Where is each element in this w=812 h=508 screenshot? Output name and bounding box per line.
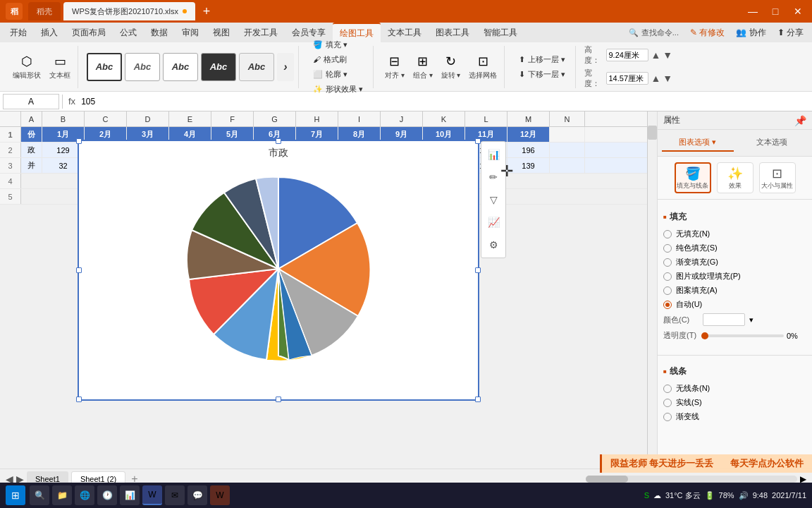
text-box-button[interactable]: ▭ 文本框 [47, 52, 73, 82]
col-M[interactable]: M [508, 111, 550, 126]
col-I[interactable]: I [338, 111, 381, 126]
cell-N1[interactable] [550, 127, 585, 142]
chart-container[interactable]: 市政 [78, 140, 479, 401]
taskbar-excel[interactable]: 📊 [120, 485, 140, 505]
fill-auto-radio[interactable] [663, 301, 672, 309]
line-solid-option[interactable]: 实线(S) [663, 397, 806, 408]
chart-filter-button[interactable]: ▽ [484, 190, 503, 210]
group-button[interactable]: ⊞ 组合 ▾ [410, 52, 436, 82]
col-B[interactable]: B [42, 111, 85, 126]
formula-input[interactable] [81, 94, 809, 109]
col-G[interactable]: G [254, 111, 296, 126]
shape-style-5[interactable]: Abc [239, 53, 274, 81]
transparency-thumb[interactable] [701, 332, 708, 339]
col-A[interactable]: A [21, 111, 42, 126]
fill-none-option[interactable]: 无填充(N) [663, 229, 806, 239]
taskbar-mail[interactable]: ✉ [165, 485, 185, 505]
tab-chart-tools[interactable]: 图表工具 [429, 23, 476, 42]
shape-style-3[interactable]: Abc [163, 53, 198, 81]
col-N[interactable]: N [550, 111, 585, 126]
cell-name-box[interactable] [3, 94, 59, 109]
align-button[interactable]: ⊟ 对齐 ▾ [382, 52, 407, 82]
shape-style-2[interactable]: Abc [125, 53, 160, 81]
cell-A2[interactable]: 政 [21, 143, 42, 157]
chart-settings-button[interactable]: ⚙ [484, 235, 503, 255]
horizontal-scrollbar[interactable] [586, 476, 797, 483]
chart-data-button[interactable]: 📈 [484, 212, 503, 232]
resize-handle-bl[interactable] [76, 397, 82, 402]
scrollbar-thumb-v[interactable] [648, 126, 657, 140]
start-button[interactable]: ⊞ [6, 485, 25, 505]
line-none-option[interactable]: 无线条(N) [663, 383, 806, 394]
resize-handle-tl[interactable] [76, 138, 82, 144]
col-L[interactable]: L [465, 111, 508, 126]
fill-auto-option[interactable]: 自动(U) [663, 299, 806, 310]
select-grid-button[interactable]: ⊡ 选择网格 [466, 52, 500, 82]
fill-pattern-option[interactable]: 图案填充(A) [663, 285, 806, 296]
col-D[interactable]: D [127, 111, 169, 126]
tab-data[interactable]: 数据 [144, 23, 175, 42]
fill-gradient-option[interactable]: 渐变填充(G) [663, 257, 806, 267]
scrollbar-thumb-h[interactable] [586, 476, 628, 483]
cell-M1[interactable]: 12月 [508, 127, 550, 142]
fill-button[interactable]: 🪣 填充 ▾ [310, 38, 366, 52]
resize-handle-tr[interactable] [475, 138, 481, 144]
tab-view[interactable]: 视图 [206, 23, 237, 42]
tab-start[interactable]: 开始 [3, 23, 34, 42]
fill-picture-option[interactable]: 图片或纹理填充(P) [663, 271, 806, 282]
taskbar-search[interactable]: 🔍 [30, 485, 49, 505]
minimize-button[interactable]: — [744, 3, 761, 20]
width-up[interactable]: ▲ [651, 73, 660, 84]
close-button[interactable]: ✕ [789, 3, 806, 20]
format-button[interactable]: 🖌 格式刷 [310, 53, 366, 66]
col-E[interactable]: E [169, 111, 211, 126]
share-button[interactable]: ⬆ 分享 [772, 23, 809, 42]
cell-N2[interactable] [550, 143, 585, 157]
pie-chart[interactable] [162, 159, 395, 378]
resize-handle-tc[interactable] [276, 138, 281, 144]
line-none-radio[interactable] [663, 385, 672, 393]
height-up[interactable]: ▲ [651, 49, 660, 61]
maximize-button[interactable]: □ [767, 3, 784, 20]
tab-chart-options[interactable]: 图表选项 ▾ [662, 134, 734, 152]
fill-color-picker[interactable] [703, 313, 745, 326]
cell-M2[interactable]: 196 [508, 143, 550, 157]
line-gradient-radio[interactable] [663, 413, 672, 421]
col-H[interactable]: H [296, 111, 338, 126]
shape-style-more[interactable]: › [277, 53, 294, 81]
app-tab[interactable]: 稻壳 [28, 2, 61, 20]
taskbar-wps[interactable]: W [142, 485, 162, 505]
chart-type-button[interactable]: 📊 [484, 145, 503, 164]
resize-handle-mr[interactable] [475, 267, 481, 273]
tab-insert[interactable]: 插入 [34, 23, 65, 42]
tab-formula[interactable]: 公式 [113, 23, 144, 42]
col-F[interactable]: F [211, 111, 254, 126]
tab-smart-tools[interactable]: 智能工具 [476, 23, 524, 42]
taskbar-wps-alt[interactable]: W [210, 485, 230, 505]
transparency-slider[interactable] [701, 334, 784, 337]
taskbar-edge[interactable]: 🌐 [75, 485, 94, 505]
effects-tab[interactable]: ✨ 效果 [717, 162, 753, 193]
color-dropdown-arrow[interactable]: ▾ [749, 315, 753, 325]
width-input[interactable] [606, 72, 648, 85]
width-down[interactable]: ▼ [663, 73, 672, 84]
line-solid-radio[interactable] [663, 399, 672, 407]
col-C[interactable]: C [85, 111, 127, 126]
cell-A1[interactable]: 份 [21, 127, 42, 142]
taskbar-clock[interactable]: 🕐 [97, 485, 117, 505]
outline-button[interactable]: ⬜ 轮廓 ▾ [310, 68, 366, 81]
tab-text-tools[interactable]: 文本工具 [381, 23, 429, 42]
has-changes-button[interactable]: ✎ 有修改 [684, 23, 730, 42]
resize-handle-br[interactable] [475, 397, 481, 402]
resize-handle-bc[interactable] [276, 397, 281, 402]
fill-gradient-radio[interactable] [663, 258, 672, 267]
resize-handle-ml[interactable] [76, 267, 82, 273]
shape-style-4[interactable]: Abc [201, 53, 236, 81]
shape-style-1[interactable]: Abc [87, 53, 122, 81]
col-K[interactable]: K [423, 111, 465, 126]
height-input[interactable] [606, 49, 648, 61]
height-down[interactable]: ▼ [663, 49, 672, 61]
file-tab[interactable]: WPS复合饼形图20210710.xlsx [63, 2, 195, 20]
line-gradient-option[interactable]: 渐变线 [663, 411, 806, 422]
props-pin-icon[interactable]: 📌 [794, 115, 806, 126]
